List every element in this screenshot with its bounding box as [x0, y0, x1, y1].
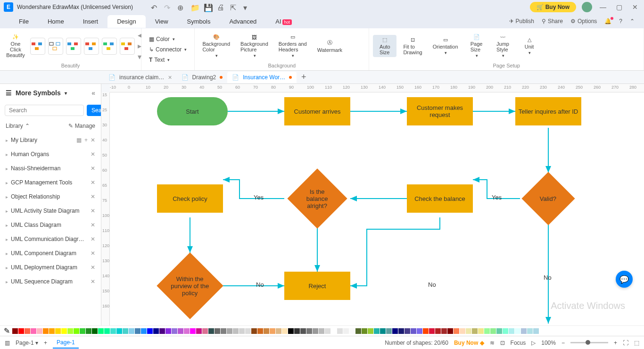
- library-expand-icon[interactable]: ⌃: [25, 123, 30, 129]
- color-swatch[interactable]: [196, 328, 202, 334]
- color-swatch[interactable]: [49, 328, 55, 334]
- menu-advanced[interactable]: Advanced: [220, 15, 266, 28]
- grid-icon[interactable]: ▦: [76, 137, 82, 143]
- color-swatch[interactable]: [417, 328, 422, 334]
- notifications-icon[interactable]: 🔔: [604, 18, 611, 25]
- color-swatch[interactable]: [208, 328, 214, 334]
- tab-close-icon[interactable]: ×: [168, 74, 172, 81]
- menu-insert[interactable]: Insert: [74, 15, 108, 28]
- sidebar-collapse-icon[interactable]: «: [91, 89, 95, 97]
- remove-lib-icon[interactable]: ✕: [91, 151, 95, 158]
- menu-design[interactable]: Design: [107, 15, 145, 28]
- one-click-beautify-button[interactable]: ✨ One Click Beautify: [4, 32, 27, 60]
- chat-bubble-button[interactable]: 💬: [616, 271, 633, 288]
- new-tab-button[interactable]: +: [297, 72, 311, 82]
- theme-preset-2[interactable]: [48, 38, 63, 55]
- color-swatch[interactable]: [503, 328, 508, 334]
- remove-lib-icon[interactable]: ✕: [91, 193, 95, 200]
- color-swatch[interactable]: [447, 328, 453, 334]
- remove-lib-icon[interactable]: ✕: [91, 208, 95, 214]
- zoom-out-button[interactable]: −: [561, 340, 565, 346]
- library-item[interactable]: ▸GCP Management Tools✕: [0, 175, 101, 190]
- color-swatch[interactable]: [527, 328, 533, 334]
- library-item[interactable]: ▸UML Class Diagram✕: [0, 218, 101, 232]
- theme-prev-icon[interactable]: ◂: [138, 31, 141, 40]
- present-icon[interactable]: ▷: [531, 340, 536, 346]
- color-swatch[interactable]: [533, 328, 539, 334]
- color-swatch[interactable]: [337, 328, 343, 334]
- menu-home[interactable]: Home: [38, 15, 74, 28]
- color-swatch[interactable]: [325, 328, 330, 334]
- menu-file[interactable]: File: [9, 15, 38, 28]
- color-swatch[interactable]: [135, 328, 140, 334]
- library-item[interactable]: ▸Nassi-Shneiderman✕: [0, 161, 101, 175]
- color-swatch[interactable]: [362, 328, 367, 334]
- layers-icon[interactable]: ≋: [490, 340, 495, 346]
- color-swatch[interactable]: [159, 328, 165, 334]
- color-swatch[interactable]: [172, 328, 177, 334]
- color-swatch[interactable]: [31, 328, 36, 334]
- color-swatch[interactable]: [294, 328, 300, 334]
- color-dropdown[interactable]: ▦ Color: [147, 35, 189, 43]
- color-swatch[interactable]: [251, 328, 257, 334]
- maximize-icon[interactable]: ▢: [614, 2, 624, 12]
- color-swatch[interactable]: [300, 328, 306, 334]
- shape-within-purview[interactable]: Within the purview of the policy: [157, 252, 223, 319]
- zoom-slider[interactable]: [570, 342, 608, 343]
- color-swatch[interactable]: [165, 328, 171, 334]
- expand-icon[interactable]: ▸: [6, 194, 8, 199]
- expand-icon[interactable]: ▸: [6, 180, 8, 185]
- close-icon[interactable]: ✕: [630, 2, 640, 12]
- page-list-icon[interactable]: ▥: [5, 340, 10, 346]
- color-swatch[interactable]: [110, 328, 116, 334]
- color-swatch[interactable]: [67, 328, 73, 334]
- library-item[interactable]: ▸Object Relationship✕: [0, 190, 101, 204]
- color-swatch[interactable]: [245, 328, 251, 334]
- unit-button[interactable]: △Unit: [518, 35, 541, 57]
- color-swatch[interactable]: [282, 328, 288, 334]
- new-icon[interactable]: ⊕: [177, 3, 185, 11]
- page-tab[interactable]: Page-1: [53, 337, 79, 349]
- remove-lib-icon[interactable]: ✕: [91, 179, 95, 186]
- color-swatch[interactable]: [190, 328, 196, 334]
- menu-view[interactable]: View: [146, 15, 178, 28]
- page-size-button[interactable]: 📄Page Size: [465, 32, 488, 60]
- zoom-in-button[interactable]: +: [614, 340, 617, 346]
- user-avatar[interactable]: [582, 2, 592, 12]
- color-swatch[interactable]: [61, 328, 67, 334]
- help-icon[interactable]: ?: [619, 18, 622, 25]
- color-swatch[interactable]: [184, 328, 190, 334]
- color-swatch[interactable]: [398, 328, 404, 334]
- add-page-button[interactable]: +: [44, 340, 47, 346]
- color-swatch[interactable]: [227, 328, 232, 334]
- color-swatch[interactable]: [104, 328, 110, 334]
- shape-balance-alright[interactable]: Is the balance alright?: [287, 168, 347, 228]
- expand-icon[interactable]: ▸: [6, 279, 8, 284]
- shape-start[interactable]: Start: [157, 97, 228, 125]
- library-item[interactable]: ▸My Library▦+✕: [0, 133, 101, 147]
- color-swatch[interactable]: [355, 328, 361, 334]
- theme-preset-4[interactable]: [84, 38, 99, 55]
- color-swatch[interactable]: [257, 328, 263, 334]
- color-swatch[interactable]: [380, 328, 386, 334]
- color-swatch[interactable]: [178, 328, 183, 334]
- remove-lib-icon[interactable]: ✕: [91, 137, 95, 143]
- publish-button[interactable]: ✈ Publish: [509, 18, 534, 25]
- color-swatch[interactable]: [331, 328, 337, 334]
- color-swatch[interactable]: [374, 328, 380, 334]
- color-swatch[interactable]: [80, 328, 85, 334]
- share-button[interactable]: ⚲ Share: [542, 18, 563, 25]
- color-swatch[interactable]: [496, 328, 502, 334]
- minimize-icon[interactable]: —: [598, 2, 608, 12]
- theme-more-icon[interactable]: ▾: [138, 52, 141, 61]
- redo-icon[interactable]: ↷: [164, 3, 172, 11]
- color-swatch[interactable]: [98, 328, 104, 334]
- watermark-button[interactable]: ⒶWatermark: [314, 37, 346, 55]
- theme-preset-6[interactable]: [120, 38, 135, 55]
- orientation-button[interactable]: ▭Orientation: [429, 35, 462, 57]
- fit-page-icon[interactable]: ⛶: [623, 340, 628, 346]
- undo-icon[interactable]: ↶: [151, 3, 158, 11]
- color-swatch[interactable]: [478, 328, 484, 334]
- color-swatch[interactable]: [116, 328, 122, 334]
- zoom-level[interactable]: 100%: [541, 340, 556, 346]
